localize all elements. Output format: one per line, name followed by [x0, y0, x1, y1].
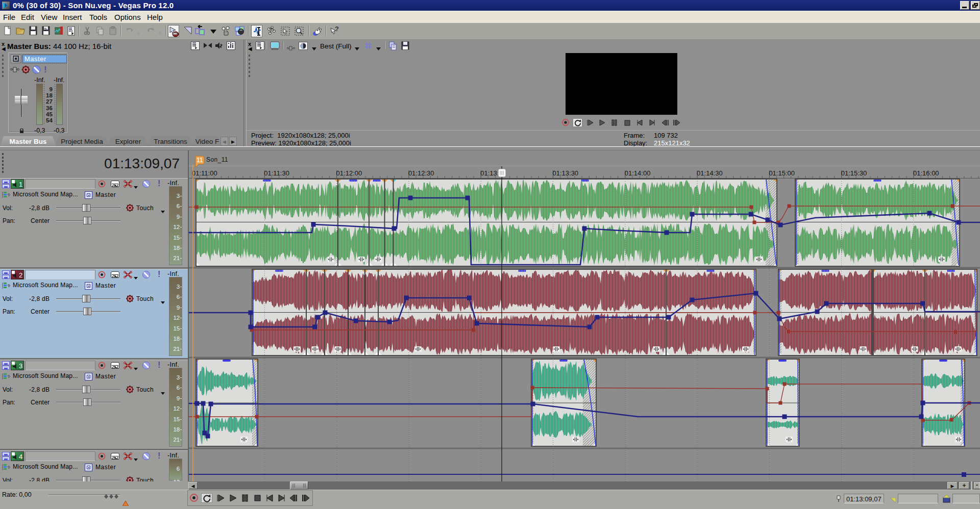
svg-text:01:14:00: 01:14:00	[625, 169, 651, 177]
svg-text:01:15:00: 01:15:00	[769, 169, 795, 177]
svg-text:01:16:00: 01:16:00	[913, 169, 939, 177]
svg-text:01:11:00: 01:11:00	[192, 169, 217, 177]
svg-text:01:11:30: 01:11:30	[264, 169, 289, 177]
svg-text:01:12:30: 01:12:30	[408, 169, 434, 177]
svg-text:?: ?	[44, 27, 46, 32]
svg-text:01:14:30: 01:14:30	[697, 169, 723, 177]
svg-text:01:12:00: 01:12:00	[336, 169, 362, 177]
svg-text:?: ?	[335, 25, 339, 33]
svg-text:11: 11	[197, 157, 203, 164]
svg-text:Son_11: Son_11	[206, 156, 228, 163]
svg-text:01:15:30: 01:15:30	[841, 169, 867, 177]
svg-text:01:13:30: 01:13:30	[553, 169, 579, 177]
